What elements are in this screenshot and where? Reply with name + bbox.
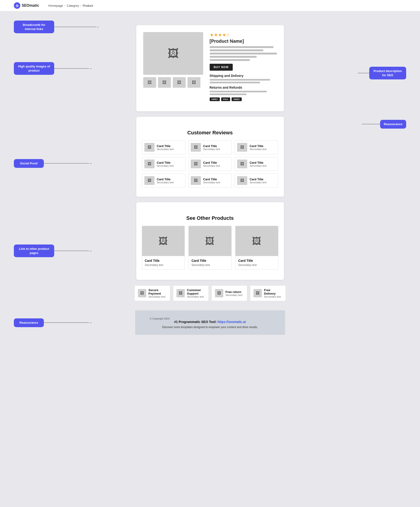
logo: ◎ SEOmatic xyxy=(14,2,39,9)
review-title-1: Card Title xyxy=(157,144,174,148)
shipping-line-2 xyxy=(210,82,260,83)
review-card-7: 🖼 Card Title Secondary text xyxy=(142,174,186,188)
desc-line-1 xyxy=(210,46,274,48)
review-thumb-7: 🖼 xyxy=(144,176,155,185)
thumbnail-1[interactable]: 🖼 xyxy=(143,77,156,88)
reassurance-return-icon: 🖼 xyxy=(215,289,223,297)
thumbnail-row: 🖼 🖼 🖼 🖼 xyxy=(143,77,203,88)
review-title-6: Card Title xyxy=(249,161,266,164)
reassurance-section: 🖼 Secure Payment Secondary text 🖼 Custom… xyxy=(135,285,285,301)
top-nav: ◎ SEOmatic Homepage › Category › Product xyxy=(0,0,420,11)
reassurance-support-text: Customer Support Secondary text xyxy=(187,288,205,298)
review-text-8: Card Title Secondary text xyxy=(203,177,220,184)
annotation-link-other: Link to other product pages → xyxy=(14,245,92,257)
review-text-1: Card Title Secondary text xyxy=(157,144,174,150)
review-thumb-5: 🖼 xyxy=(191,160,201,168)
product-card-title-1: Card Title xyxy=(145,259,182,262)
product-card-3[interactable]: 🖼 Card Title Secondary text xyxy=(235,226,278,270)
product-stars: ★★★★☆ xyxy=(210,32,277,38)
review-card-1: 🖼 Card Title Secondary text xyxy=(142,140,186,154)
annotation-reassurance-bottom: Reassurance → xyxy=(14,318,92,327)
annotation-images-line xyxy=(54,68,89,69)
review-subtitle-2: Secondary text xyxy=(203,148,220,150)
product-info-col: ★★★★☆ [Product Name] BUY NOW Shipping an… xyxy=(210,32,277,101)
annotation-link-other-label: Link to other product pages xyxy=(14,245,54,257)
shipping-line-1 xyxy=(210,79,270,81)
reassurance-support-subtitle: Secondary text xyxy=(187,295,205,298)
review-subtitle-3: Secondary text xyxy=(249,148,266,150)
review-thumb-4: 🖼 xyxy=(144,160,155,168)
reassurance-secure-subtitle: Secondary text xyxy=(149,295,167,298)
breadcrumb-homepage[interactable]: Homepage xyxy=(48,4,63,7)
returns-lines xyxy=(210,91,277,95)
review-card-6: 🖼 Card Title Secondary text xyxy=(234,157,278,171)
reassurance-free-delivery: 🖼 Free Delivery Secondary text xyxy=(250,285,286,301)
review-title-7: Card Title xyxy=(157,177,174,181)
review-text-6: Card Title Secondary text xyxy=(249,161,266,167)
desc-line-5 xyxy=(210,59,250,61)
footer: © Copyright 2024 #1 Programmatic SEO Too… xyxy=(135,310,285,335)
product-card-body-2: Card Title Secondary text xyxy=(189,256,231,269)
review-title-9: Card Title xyxy=(249,177,266,181)
buy-now-button[interactable]: BUY NOW xyxy=(210,64,233,71)
annotation-reassurance-right-label: Reassurance xyxy=(380,120,406,129)
breadcrumb-category[interactable]: Category xyxy=(67,4,79,7)
reassurance-delivery-icon: 🖼 xyxy=(254,289,262,297)
pay-icon-visa: VISA xyxy=(221,98,230,101)
review-card-2: 🖼 Card Title Secondary text xyxy=(188,140,232,154)
annotation-reassurance-bottom-line xyxy=(44,323,89,323)
product-card-image-1: 🖼 xyxy=(142,226,185,256)
page-body: Breadcrumb for internal links → High qua… xyxy=(0,11,420,335)
products-grid: 🖼 Card Title Secondary text 🖼 Card Title… xyxy=(142,226,278,270)
product-card-body-3: Card Title Secondary text xyxy=(235,256,278,269)
reviews-grid: 🖼 Card Title Secondary text 🖼 Card Title… xyxy=(142,140,278,188)
annotation-social-proof-line xyxy=(44,163,89,163)
product-section: 🖼 🖼 🖼 🖼 🖼 ★★★★☆ [Product Name] xyxy=(143,32,277,101)
breadcrumb-sep-1: › xyxy=(64,4,65,7)
product-card-subtitle-1: Secondary text xyxy=(145,263,182,267)
review-subtitle-9: Secondary text xyxy=(249,181,266,184)
annotation-reassurance-bottom-label: Reassurance xyxy=(14,318,44,327)
desc-line-3 xyxy=(210,53,277,55)
review-title-8: Card Title xyxy=(203,177,220,181)
thumbnail-4[interactable]: 🖼 xyxy=(187,77,200,88)
review-text-7: Card Title Secondary text xyxy=(157,177,174,184)
review-thumb-6: 🖼 xyxy=(237,160,247,168)
annotation-breadcrumb: Breadcrumb for internal links → xyxy=(14,21,99,33)
review-thumb-9: 🖼 xyxy=(237,176,247,185)
returns-title: Returns and Refunds xyxy=(210,86,277,89)
footer-link[interactable]: https://seomatic.ai xyxy=(218,320,246,324)
breadcrumb-nav: Homepage › Category › Product xyxy=(48,4,93,7)
other-products-card: See Other Products 🖼 Card Title Secondar… xyxy=(136,202,284,280)
reassurance-support-title: Customer Support xyxy=(187,288,205,295)
reassurance-secure-text: Secure Payment Secondary text xyxy=(149,288,167,298)
reassurance-delivery-text: Free Delivery Secondary text xyxy=(264,288,282,298)
product-card-2[interactable]: 🖼 Card Title Secondary text xyxy=(188,226,232,270)
annotation-images-label: High quality images of product xyxy=(14,62,54,75)
review-subtitle-8: Secondary text xyxy=(203,181,220,184)
product-card-image-2: 🖼 xyxy=(189,226,231,256)
reassurance-strip: 🖼 Secure Payment Secondary text 🖼 Custom… xyxy=(135,285,285,301)
review-card-9: 🖼 Card Title Secondary text xyxy=(234,174,278,188)
product-card-1[interactable]: 🖼 Card Title Secondary text xyxy=(142,226,185,270)
review-title-3: Card Title xyxy=(249,144,266,148)
review-subtitle-7: Secondary text xyxy=(157,181,174,184)
desc-line-2 xyxy=(210,49,264,51)
returns-line-2 xyxy=(210,93,247,95)
review-subtitle-5: Secondary text xyxy=(203,164,220,167)
reassurance-free-return: 🖼 Free return Secondary text xyxy=(212,285,247,301)
review-card-5: 🖼 Card Title Secondary text xyxy=(188,157,232,171)
reassurance-return-title: Free return xyxy=(226,290,242,294)
annotation-images: High quality images of product → xyxy=(14,62,92,75)
review-card-4: 🖼 Card Title Secondary text xyxy=(142,157,186,171)
thumbnail-3[interactable]: 🖼 xyxy=(173,77,186,88)
thumbnail-2[interactable]: 🖼 xyxy=(158,77,171,88)
reassurance-secure-icon: 🖼 xyxy=(138,289,146,297)
review-title-4: Card Title xyxy=(157,161,174,164)
annotation-social-proof: Social Proof → xyxy=(14,159,92,168)
reassurance-delivery-subtitle: Secondary text xyxy=(264,295,282,298)
annotation-product-desc: Product description for SEO xyxy=(355,67,406,79)
shipping-lines xyxy=(210,79,277,83)
main-product-image: 🖼 xyxy=(143,32,203,75)
review-title-2: Card Title xyxy=(203,144,220,148)
